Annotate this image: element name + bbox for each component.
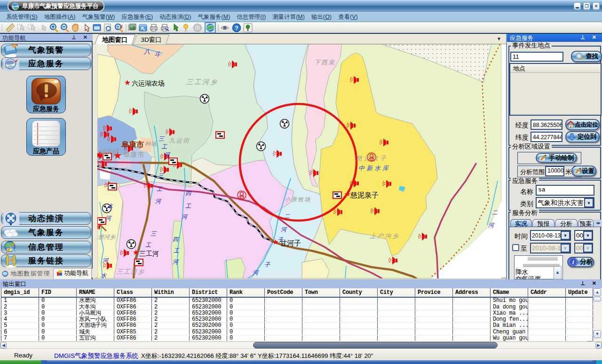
svg-text:二: 二: [284, 213, 290, 220]
svg-text:?: ?: [235, 25, 238, 32]
svg-text:二: 二: [492, 209, 498, 216]
svg-text:三: 三: [158, 135, 165, 142]
svg-text:斗: 斗: [154, 51, 161, 58]
svg-text:★: ★: [133, 248, 139, 256]
svg-text:工: 工: [157, 186, 163, 192]
svg-text:工: 工: [174, 247, 180, 254]
svg-text:河: 河: [281, 226, 287, 233]
svg-text:工: 工: [161, 143, 167, 150]
svg-text:河: 河: [164, 151, 171, 158]
svg-text:河: 河: [253, 269, 259, 276]
svg-text:三: 三: [150, 230, 157, 237]
svg-text:河: 河: [105, 215, 112, 222]
svg-text:工: 工: [145, 242, 151, 248]
svg-text:水: 水: [107, 203, 113, 209]
svg-text:慈泥泉子: 慈泥泉子: [356, 155, 388, 162]
svg-text:中新水库: 中新水库: [358, 165, 390, 172]
svg-text:子: 子: [264, 261, 270, 268]
svg-text:城关镇: 城关镇: [99, 148, 119, 155]
svg-text:?: ?: [116, 25, 119, 30]
svg-text:九运街: 九运街: [169, 137, 190, 144]
svg-text:三工河: 三工河: [139, 250, 159, 257]
svg-text:六运湖农场: 六运湖农场: [132, 79, 165, 87]
svg-text:三工河乡: 三工河乡: [117, 268, 145, 275]
svg-text:种场: 种场: [145, 141, 157, 147]
svg-text:小泉牧场: 小泉牧场: [285, 196, 311, 203]
svg-text:四: 四: [173, 236, 179, 243]
svg-text:八: 八: [143, 48, 150, 55]
svg-text:工: 工: [185, 203, 191, 209]
svg-text:大磨河乡: 大磨河乡: [97, 234, 116, 240]
svg-text:河: 河: [103, 257, 109, 264]
svg-text:阜康市: 阜康市: [123, 150, 144, 158]
svg-text:慈泥泉子: 慈泥泉子: [350, 191, 379, 199]
svg-text:河: 河: [488, 222, 495, 229]
svg-text:三工河乡: 三工河乡: [186, 78, 218, 86]
svg-text:下西泉: 下西泉: [314, 59, 335, 66]
svg-text:水: 水: [101, 272, 107, 278]
svg-text:阜康市: 阜康市: [121, 140, 144, 149]
svg-text:三: 三: [158, 173, 165, 179]
svg-text:★: ★: [124, 79, 131, 87]
svg-text:河: 河: [155, 198, 162, 205]
svg-text:四: 四: [185, 190, 192, 197]
svg-text:河: 河: [173, 259, 179, 265]
svg-text:河: 河: [182, 214, 188, 220]
svg-text:i: i: [572, 259, 574, 266]
svg-text:上户沟乡: 上户沟乡: [370, 232, 400, 239]
svg-text:子: 子: [277, 237, 284, 243]
